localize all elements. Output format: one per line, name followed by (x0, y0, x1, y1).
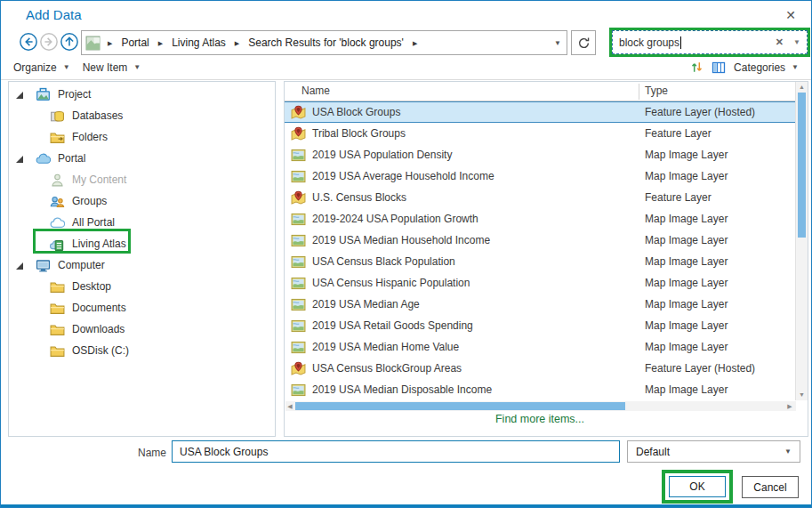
new-item-menu[interactable]: New Item▼ (83, 61, 141, 74)
tree-item-osdisk-c[interactable]: OSDisk (C:) (9, 340, 275, 361)
row-name-cell: 2019 USA Retail Goods Spending (312, 319, 473, 332)
clear-search-icon[interactable]: ✕ (776, 36, 784, 48)
expand-triangle-icon[interactable] (15, 90, 24, 99)
tree-item-my-content[interactable]: My Content (9, 169, 275, 190)
list-row-2019-usa-retail-goods-spending[interactable]: 2019 USA Retail Goods SpendingMap Image … (285, 315, 795, 336)
tree-item-label: Groups (72, 195, 107, 207)
back-button[interactable] (19, 32, 38, 52)
scroll-right-icon[interactable]: ▶ (785, 403, 794, 410)
breadcrumb-separator-icon[interactable]: ▶ (413, 40, 417, 46)
breadcrumb-item-portal[interactable]: Portal (119, 36, 150, 49)
list-row-2019-usa-median-age[interactable]: 2019 USA Median AgeMap Image Layer (285, 294, 795, 315)
row-type-cell: Map Image Layer (645, 170, 728, 182)
close-icon[interactable]: ✕ (782, 6, 800, 24)
horizontal-scrollbar-thumb[interactable] (295, 402, 625, 410)
my-content-icon (50, 173, 65, 188)
name-input[interactable]: USA Block Groups (172, 440, 620, 463)
tree-item-folders[interactable]: Folders (9, 126, 275, 148)
address-dropdown-icon[interactable]: ▼ (554, 39, 561, 47)
list-row-2019-usa-median-home-value[interactable]: 2019 USA Median Home ValueMap Image Laye… (285, 336, 795, 358)
chevron-down-icon: ▼ (133, 63, 141, 71)
list-row-tribal-block-groups[interactable]: Tribal Block GroupsFeature Layer (285, 123, 795, 144)
list-row-u-s-census-blocks[interactable]: U.S. Census BlocksFeature Layer (285, 187, 795, 208)
tree-item-documents[interactable]: Documents (9, 297, 275, 319)
row-type-cell: Feature Layer (645, 191, 712, 204)
column-divider[interactable] (639, 84, 639, 100)
forward-button[interactable] (39, 32, 59, 52)
list-row-usa-census-black-population[interactable]: USA Census Black PopulationMap Image Lay… (285, 251, 795, 272)
tree-item-groups[interactable]: Groups (9, 190, 275, 212)
sort-order-icon[interactable] (690, 60, 703, 74)
tree-item-computer[interactable]: Computer (9, 254, 275, 276)
list-row-usa-census-hispanic-population[interactable]: USA Census Hispanic PopulationMap Image … (285, 272, 795, 294)
breadcrumb-separator-icon[interactable]: ▶ (108, 40, 112, 46)
tree-item-all-portal[interactable]: All Portal (9, 212, 275, 233)
list-row-2019-usa-median-household-income[interactable]: 2019 USA Median Household IncomeMap Imag… (285, 230, 795, 251)
breadcrumb-separator-icon[interactable]: ▶ (158, 40, 163, 46)
cancel-button[interactable]: Cancel (742, 476, 799, 498)
template-select[interactable]: Default ▼ (627, 440, 800, 463)
row-name-cell: 2019-2024 USA Population Growth (312, 213, 478, 225)
row-name-cell: USA Block Groups (312, 106, 400, 118)
ok-button[interactable]: OK (669, 476, 726, 497)
expand-triangle-icon[interactable] (15, 261, 24, 270)
map-image-layer-icon (291, 254, 306, 270)
breadcrumb-item-search-results-for-block-groups[interactable]: Search Results for 'block groups' (246, 36, 406, 49)
row-name-cell: 2019 USA Median Household Income (312, 234, 490, 246)
feature-layer-icon (291, 361, 306, 376)
categories-label: Categories (734, 61, 785, 74)
categories-menu[interactable]: Categories▼ (734, 61, 799, 74)
add-data-dialog: Add Data ✕ ▶Portal▶Living Atlas▶Search R… (0, 0, 812, 508)
scroll-down-icon[interactable]: ▼ (796, 391, 808, 399)
scroll-up-icon[interactable]: ▲ (796, 83, 808, 92)
list-row-usa-census-blockgroup-areas[interactable]: USA Census BlockGroup AreasFeature Layer… (285, 358, 795, 379)
row-name-cell: 2019 USA Median Home Value (312, 341, 459, 353)
row-type-cell: Map Image Layer (645, 213, 728, 225)
tree-item-label: Folders (72, 131, 108, 143)
template-select-value: Default (636, 446, 670, 458)
breadcrumb-item-living-atlas[interactable]: Living Atlas (170, 36, 228, 49)
row-name-cell: 2019 USA Median Age (312, 298, 420, 310)
column-header-name[interactable]: Name (301, 85, 330, 97)
find-more-items-link[interactable]: Find more items... (285, 413, 795, 425)
list-row-2019-usa-population-density[interactable]: 2019 USA Population DensityMap Image Lay… (285, 144, 795, 165)
organize-menu[interactable]: Organize▼ (13, 61, 70, 74)
map-image-layer-icon (291, 340, 306, 355)
tree-item-desktop[interactable]: Desktop (9, 276, 275, 297)
breadcrumb-separator-icon[interactable]: ▶ (235, 40, 239, 46)
up-button[interactable] (60, 32, 79, 52)
list-row-usa-block-groups[interactable]: USA Block GroupsFeature Layer (Hosted) (285, 101, 795, 123)
tree-item-databases[interactable]: Databases (9, 105, 275, 126)
tree-item-downloads[interactable]: Downloads (9, 319, 275, 340)
scroll-left-icon[interactable]: ◀ (285, 403, 294, 410)
databases-icon (50, 109, 65, 124)
name-field-label: Name (99, 447, 166, 459)
search-input[interactable]: block groups ✕ ▼ (612, 30, 808, 54)
column-header-type[interactable]: Type (645, 85, 668, 97)
map-image-layer-icon (291, 319, 306, 334)
expand-triangle-icon[interactable] (15, 154, 24, 163)
forward-arrow-icon (39, 32, 59, 52)
chevron-down-icon: ▼ (784, 448, 792, 456)
annotation-box-ok: OK (662, 470, 733, 504)
list-row-2019-usa-average-household-income[interactable]: 2019 USA Average Household IncomeMap Ima… (285, 165, 795, 187)
refresh-button[interactable] (571, 30, 596, 55)
vertical-scrollbar-thumb[interactable] (798, 93, 806, 238)
breadcrumb[interactable]: ▶Portal▶Living Atlas▶Search Results for … (81, 30, 567, 55)
organize-label: Organize (13, 61, 57, 74)
tree-item-project[interactable]: Project (9, 84, 275, 105)
row-type-cell: Map Image Layer (645, 255, 728, 268)
columns-view-icon[interactable] (712, 60, 726, 75)
map-image-layer-icon (291, 148, 306, 163)
search-dropdown-icon[interactable]: ▼ (793, 38, 800, 46)
all-portal-icon (50, 215, 65, 230)
living-atlas-icon (50, 237, 65, 252)
horizontal-scrollbar[interactable]: ◀ ▶ (285, 401, 796, 411)
list-row-2019-usa-median-disposable-income[interactable]: 2019 USA Median Disposable IncomeMap Ima… (285, 379, 795, 400)
tree-item-portal[interactable]: Portal (9, 148, 275, 169)
list-row-2019-2024-usa-population-growth[interactable]: 2019-2024 USA Population GrowthMap Image… (285, 208, 795, 230)
vertical-scrollbar[interactable]: ▲ ▼ (795, 82, 808, 400)
tree-item-living-atlas[interactable]: Living Atlas (9, 233, 275, 254)
row-name-cell: U.S. Census Blocks (312, 191, 406, 204)
toolbar: Organize▼ New Item▼ Categories▼ (1, 55, 811, 80)
